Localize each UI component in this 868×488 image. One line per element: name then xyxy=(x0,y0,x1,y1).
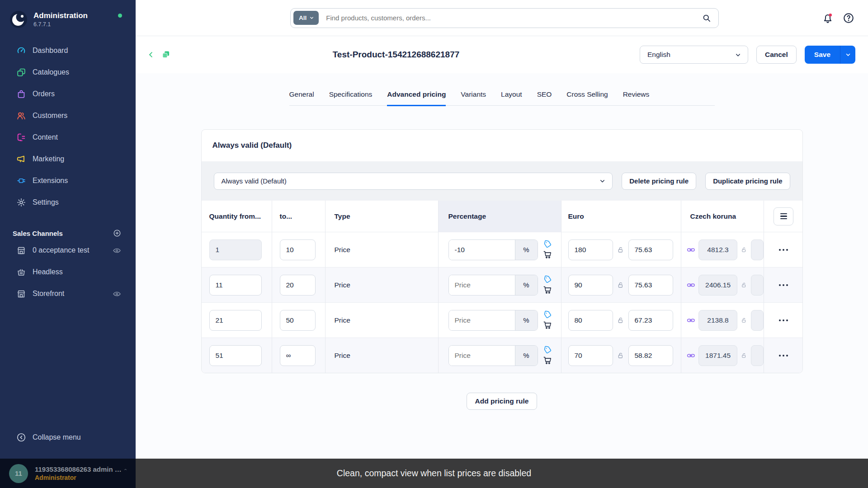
sidebar-channel-storefront[interactable]: Storefront xyxy=(0,283,136,305)
quantity-to-input[interactable] xyxy=(280,275,316,296)
unlock-icon[interactable] xyxy=(617,352,624,359)
quantity-from-input[interactable] xyxy=(209,239,262,260)
save-options-button[interactable] xyxy=(840,46,855,64)
sidebar-item-content[interactable]: Content xyxy=(0,127,136,148)
add-pricing-rule-button[interactable]: Add pricing rule xyxy=(467,393,538,410)
unlock-icon[interactable] xyxy=(617,282,624,289)
koruna-net-input-clipped[interactable] xyxy=(751,239,764,260)
row-context-menu-button[interactable] xyxy=(779,284,788,286)
unlock-icon[interactable] xyxy=(741,282,747,289)
link-icon[interactable] xyxy=(687,280,695,290)
tab-seo[interactable]: SEO xyxy=(537,90,552,105)
sidebar-item-extensions[interactable]: Extensions xyxy=(0,170,136,192)
help-icon[interactable] xyxy=(843,12,854,24)
link-icon[interactable] xyxy=(687,245,695,255)
sidebar-item-settings[interactable]: Settings xyxy=(0,192,136,213)
euro-gross-input[interactable] xyxy=(568,239,613,260)
tab-advanced-pricing[interactable]: Advanced pricing xyxy=(387,90,446,106)
orders-icon xyxy=(16,89,26,99)
percentage-input[interactable] xyxy=(449,275,515,295)
euro-gross-input[interactable] xyxy=(568,275,613,296)
row-context-menu-button[interactable] xyxy=(779,355,788,357)
col-header-euro[interactable]: Euro xyxy=(561,201,681,232)
sidebar-item-catalogues[interactable]: Catalogues xyxy=(0,61,136,83)
search-input[interactable] xyxy=(326,14,702,22)
euro-net-input[interactable] xyxy=(628,239,673,260)
collapse-menu-button[interactable]: Collapse menu xyxy=(0,427,136,448)
percentage-input[interactable] xyxy=(449,240,515,260)
unlock-icon[interactable] xyxy=(741,352,747,359)
quantity-from-input[interactable] xyxy=(209,310,262,331)
col-header-to[interactable]: to... xyxy=(272,201,325,232)
duplicate-product-icon[interactable] xyxy=(161,50,170,59)
sidebar-item-dashboard[interactable]: Dashboard xyxy=(0,40,136,61)
sidebar-item-orders[interactable]: Orders xyxy=(0,83,136,105)
row-context-menu-button[interactable] xyxy=(779,249,788,251)
cart-icon[interactable] xyxy=(543,285,552,295)
eye-icon[interactable] xyxy=(113,290,121,298)
notifications-bell-icon[interactable] xyxy=(822,12,834,24)
cancel-button[interactable]: Cancel xyxy=(756,46,797,64)
tag-icon[interactable] xyxy=(543,240,552,249)
percentage-input[interactable] xyxy=(449,310,515,330)
link-icon[interactable] xyxy=(687,315,695,325)
link-icon[interactable] xyxy=(687,351,695,361)
table-settings-button[interactable] xyxy=(774,207,793,225)
euro-gross-input[interactable] xyxy=(568,345,613,366)
koruna-input[interactable] xyxy=(698,275,737,296)
cart-icon[interactable] xyxy=(543,320,552,330)
search-scope-dropdown[interactable]: All xyxy=(293,11,319,25)
duplicate-pricing-rule-button[interactable]: Duplicate pricing rule xyxy=(705,173,790,190)
tab-specifications[interactable]: Specifications xyxy=(329,90,373,105)
col-header-percentage[interactable]: Percentage xyxy=(438,201,561,232)
unlock-icon[interactable] xyxy=(617,246,624,253)
eye-icon[interactable] xyxy=(113,246,121,255)
language-select[interactable]: English xyxy=(640,46,748,64)
sidebar-item-customers[interactable]: Customers xyxy=(0,105,136,127)
tab-general[interactable]: General xyxy=(289,90,314,105)
quantity-from-input[interactable] xyxy=(209,275,262,296)
euro-net-input[interactable] xyxy=(628,345,673,366)
quantity-to-input[interactable] xyxy=(280,345,316,366)
sidebar-channel-acceptance-test[interactable]: 0 acceptance test xyxy=(0,239,136,261)
quantity-to-input[interactable] xyxy=(280,239,316,260)
tag-icon[interactable] xyxy=(543,275,552,284)
cart-icon[interactable] xyxy=(543,356,552,365)
unlock-icon[interactable] xyxy=(741,317,747,324)
tag-icon[interactable] xyxy=(543,310,552,319)
global-search[interactable]: All xyxy=(290,8,719,28)
unlock-icon[interactable] xyxy=(741,246,747,253)
koruna-input[interactable] xyxy=(698,345,737,366)
tab-reviews[interactable]: Reviews xyxy=(623,90,650,105)
koruna-net-input-clipped[interactable] xyxy=(751,310,764,331)
quantity-from-input[interactable] xyxy=(209,345,262,366)
koruna-input[interactable] xyxy=(698,239,737,260)
percentage-input[interactable] xyxy=(449,346,515,366)
koruna-net-input-clipped[interactable] xyxy=(751,345,764,366)
cart-icon[interactable] xyxy=(543,250,552,259)
rule-select[interactable]: Always valid (Default) xyxy=(214,173,613,190)
add-sales-channel-icon[interactable] xyxy=(113,229,121,237)
user-menu[interactable]: 11 119353368086263 admin … Administrator xyxy=(0,459,136,488)
koruna-input[interactable] xyxy=(698,310,737,331)
koruna-net-input-clipped[interactable] xyxy=(751,275,764,296)
delete-pricing-rule-button[interactable]: Delete pricing rule xyxy=(622,173,696,190)
sidebar-channel-headless[interactable]: Headless xyxy=(0,261,136,283)
tag-icon[interactable] xyxy=(543,346,552,354)
euro-gross-input[interactable] xyxy=(568,310,613,331)
tab-cross-selling[interactable]: Cross Selling xyxy=(566,90,608,105)
search-icon[interactable] xyxy=(702,14,711,23)
row-context-menu-button[interactable] xyxy=(779,319,788,321)
quantity-to-input[interactable] xyxy=(280,310,316,331)
col-header-czech-koruna[interactable]: Czech koruna xyxy=(681,201,764,232)
tab-variants[interactable]: Variants xyxy=(461,90,486,105)
col-header-type[interactable]: Type xyxy=(325,201,438,232)
euro-net-input[interactable] xyxy=(628,310,673,331)
sidebar-item-marketing[interactable]: Marketing xyxy=(0,148,136,170)
euro-net-input[interactable] xyxy=(628,275,673,296)
tab-layout[interactable]: Layout xyxy=(501,90,522,105)
back-icon[interactable] xyxy=(147,51,155,59)
unlock-icon[interactable] xyxy=(617,317,624,324)
col-header-quantity-from[interactable]: Quantity from... xyxy=(202,201,272,232)
save-button[interactable]: Save xyxy=(805,46,840,64)
